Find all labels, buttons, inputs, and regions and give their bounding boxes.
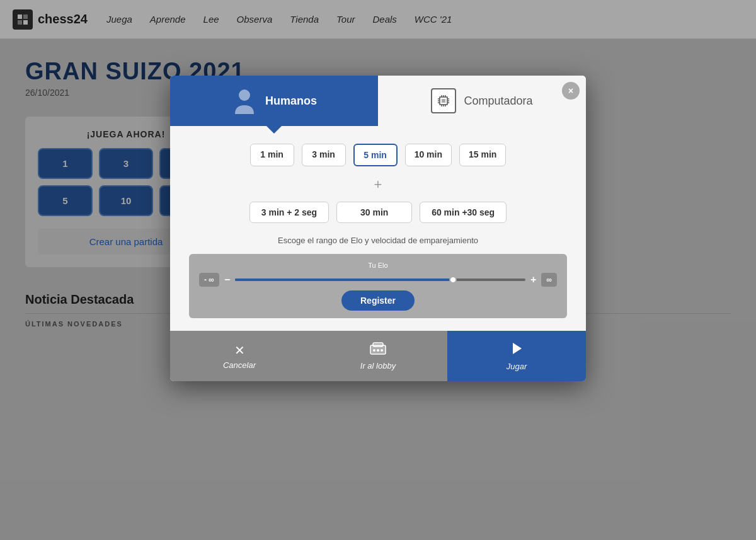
svg-marker-24: [513, 343, 522, 354]
play-icon: [509, 341, 524, 359]
time-options-row1: 1 min 3 min 5 min 10 min 15 min: [189, 144, 567, 166]
modal-body: 1 min 3 min 5 min 10 min 15 min + 3 min …: [170, 126, 586, 331]
elo-track-row: - ∞ − + ∞: [199, 273, 557, 287]
register-button[interactable]: Register: [341, 290, 415, 311]
elo-label: Escoge el rango de Elo y velocidad de em…: [189, 236, 567, 245]
lobby-button[interactable]: Ir al lobby: [309, 331, 447, 381]
chip-icon: [436, 93, 451, 108]
time-3min-2seg[interactable]: 3 min + 2 seg: [249, 202, 329, 223]
time-10min[interactable]: 10 min: [405, 144, 452, 166]
modal-overlay: × Humanos: [0, 0, 756, 540]
elo-track[interactable]: [235, 279, 525, 281]
computer-icon: [431, 88, 456, 113]
game-modal: × Humanos: [170, 76, 586, 381]
time-60min-30seg[interactable]: 60 min +30 seg: [420, 202, 507, 223]
tab-humans-label: Humanos: [265, 95, 317, 108]
elo-minus-button[interactable]: −: [224, 274, 230, 285]
svg-rect-20: [373, 343, 383, 347]
lobby-label: Ir al lobby: [360, 361, 396, 371]
play-button[interactable]: Jugar: [447, 331, 586, 381]
elo-thumb[interactable]: [449, 276, 457, 284]
svg-point-23: [381, 349, 383, 352]
register-overlay: Register: [199, 290, 557, 311]
human-silhouette-icon: [231, 88, 258, 114]
modal-footer: ✕ Cancelar Ir al lobby: [170, 331, 586, 381]
time-5min[interactable]: 5 min: [353, 144, 398, 166]
lobby-icon: [369, 342, 387, 359]
elo-track-fill: [235, 279, 453, 281]
play-label: Jugar: [507, 362, 527, 371]
tab-computer[interactable]: Computadora: [378, 76, 586, 126]
svg-point-21: [373, 349, 375, 352]
time-1min[interactable]: 1 min: [250, 144, 294, 166]
svg-point-22: [377, 349, 379, 352]
cancel-button[interactable]: ✕ Cancelar: [170, 331, 309, 381]
time-15min[interactable]: 15 min: [459, 144, 506, 166]
plus-sign: +: [189, 176, 567, 193]
time-options-row2: 3 min + 2 seg 30 min 60 min +30 seg: [189, 202, 567, 223]
elo-minus-inf: - ∞: [199, 273, 219, 287]
tab-computer-label: Computadora: [464, 95, 532, 108]
mode-tabs: Humanos: [170, 76, 586, 126]
modal-close-button[interactable]: ×: [562, 82, 580, 100]
time-3min[interactable]: 3 min: [302, 144, 346, 166]
time-30min[interactable]: 30 min: [336, 202, 412, 223]
elo-track-label: Tu Elo: [199, 261, 557, 269]
tab-humans[interactable]: Humanos: [170, 76, 378, 126]
elo-plus-button[interactable]: +: [530, 274, 536, 285]
svg-rect-6: [442, 99, 445, 103]
elo-plus-inf: ∞: [541, 273, 557, 287]
cancel-label: Cancelar: [223, 360, 256, 370]
cancel-icon: ✕: [234, 343, 245, 358]
elo-container: Tu Elo - ∞ − + ∞ Register: [189, 254, 567, 318]
svg-point-4: [239, 89, 250, 101]
